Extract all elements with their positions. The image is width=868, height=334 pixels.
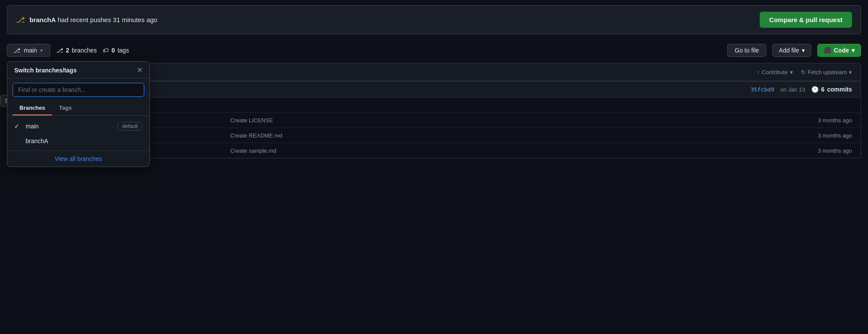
- code-label: Code: [834, 47, 849, 54]
- file-time: 3 months ago: [818, 147, 852, 154]
- commits-label: commits: [827, 86, 852, 93]
- view-all-branches-link[interactable]: View all branches: [7, 151, 149, 167]
- code-icon: ⬛: [824, 47, 831, 54]
- contribute-icon: ↑: [757, 69, 760, 75]
- notification-text: branchA had recent pushes 31 minutes ago: [29, 16, 157, 23]
- branch-name-main: main: [26, 123, 113, 130]
- branch-dropdown-panel: Switch branches/tags ✕ Branches Tags ✓ m…: [7, 61, 150, 167]
- chevron-down-icon: ▾: [852, 47, 855, 54]
- branch-selector-icon: ⎇: [13, 47, 20, 54]
- fetch-upstream-chevron-icon: ▾: [849, 69, 852, 75]
- branches-count-link[interactable]: ⎇ 2 branches: [56, 47, 97, 54]
- chevron-down-icon: ▾: [40, 48, 43, 53]
- branch-count-icon: ⎇: [56, 47, 63, 54]
- contribute-chevron-icon: ▾: [790, 69, 793, 75]
- code-button[interactable]: ⬛ Code ▾: [817, 44, 861, 57]
- tab-branches[interactable]: Branches: [13, 101, 52, 115]
- file-time: 3 months ago: [818, 117, 852, 124]
- tag-icon: 🏷: [103, 47, 109, 54]
- history-icon: 🕐: [811, 86, 819, 93]
- branch-search-input[interactable]: [13, 83, 144, 97]
- tags-count-link[interactable]: 🏷 0 tags: [103, 47, 129, 54]
- toolbar-row: Switch branches or tags ⎇ main ▾ ⎇ 2 bra…: [0, 39, 868, 61]
- contribute-button[interactable]: ↑ Contribute ▾: [757, 69, 793, 75]
- notification-banner: ⎇ branchA had recent pushes 31 minutes a…: [7, 5, 861, 34]
- branch-list: ✓ main default ✓ branchA: [7, 116, 149, 151]
- file-message: Create sample.md: [230, 147, 811, 154]
- file-message: Create README.md: [230, 132, 811, 139]
- file-message: Create LICENSE: [230, 117, 811, 124]
- branch-item-branchA[interactable]: ✓ branchA: [7, 134, 149, 148]
- add-file-button[interactable]: Add file ▾: [772, 44, 811, 57]
- fetch-upstream-button[interactable]: ↻ Fetch upstream ▾: [801, 69, 852, 75]
- branch-notification-icon: ⎇: [16, 15, 25, 25]
- checkmark-icon: ✓: [14, 123, 21, 130]
- compare-pull-request-button[interactable]: Compare & pull request: [760, 12, 852, 28]
- branches-label: branches: [72, 47, 97, 54]
- go-to-file-button[interactable]: Go to file: [727, 44, 766, 57]
- contribute-label: Contribute: [762, 69, 788, 75]
- dropdown-close-button[interactable]: ✕: [137, 67, 143, 74]
- checkmark-placeholder: ✓: [14, 138, 21, 144]
- commit-date: on Jan 13: [781, 86, 805, 93]
- dropdown-title: Switch branches/tags: [14, 67, 77, 74]
- add-file-label: Add file: [779, 47, 799, 54]
- file-time: 3 months ago: [818, 132, 852, 139]
- tags-label: tags: [117, 47, 129, 54]
- current-branch-label: main: [24, 47, 37, 54]
- commit-hash[interactable]: 35fcbd9: [751, 86, 774, 93]
- chevron-down-icon: ▾: [802, 47, 805, 54]
- branch-name-branchA: branchA: [26, 138, 143, 144]
- refresh-icon: ↻: [801, 69, 806, 75]
- branches-count: 2: [66, 47, 69, 54]
- meta-actions: ↑ Contribute ▾ ↻ Fetch upstream ▾: [757, 69, 852, 75]
- commits-count: 6: [821, 86, 825, 93]
- dropdown-tabs: Branches Tags: [7, 101, 149, 116]
- branch-selector-button[interactable]: ⎇ main ▾: [7, 44, 50, 57]
- fetch-upstream-label: Fetch upstream: [808, 69, 847, 75]
- tab-tags[interactable]: Tags: [52, 101, 78, 115]
- branch-item-main[interactable]: ✓ main default: [7, 118, 149, 134]
- dropdown-header: Switch branches/tags ✕: [7, 62, 149, 79]
- commits-count-button[interactable]: 🕐 6 commits: [811, 86, 852, 93]
- notification-left: ⎇ branchA had recent pushes 31 minutes a…: [16, 15, 157, 25]
- default-badge: default: [117, 122, 143, 131]
- tags-count: 0: [111, 47, 115, 54]
